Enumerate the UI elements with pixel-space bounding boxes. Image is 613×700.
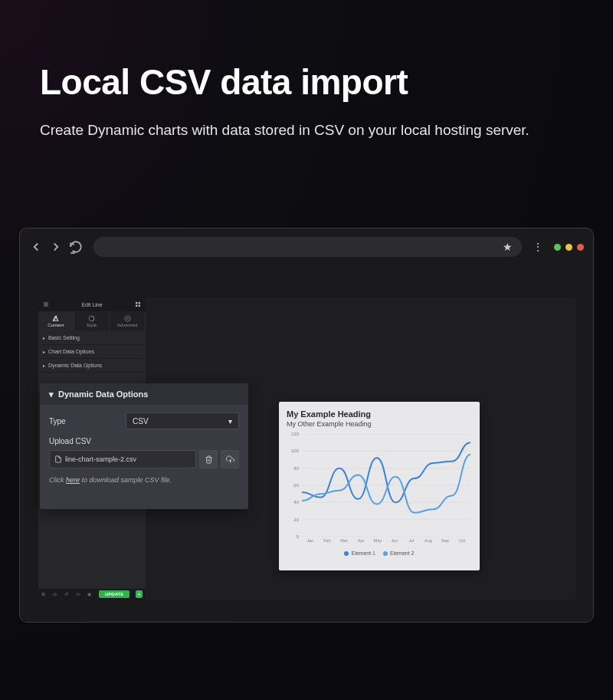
reload-icon[interactable]: [69, 240, 83, 254]
add-button[interactable]: +: [136, 590, 143, 598]
caret-right-icon: ▸: [43, 349, 45, 354]
preview-icon[interactable]: ◉: [87, 591, 93, 597]
tab-style[interactable]: Style: [74, 311, 110, 331]
y-tick-label: 40: [293, 500, 299, 504]
y-tick-label: 20: [293, 518, 299, 522]
dynamic-options-header[interactable]: ▾ Dynamic Data Options: [40, 383, 248, 405]
tab-advanced-label: Advanced: [117, 323, 138, 327]
x-tick-label: Oct: [454, 538, 470, 549]
traffic-light-green[interactable]: [554, 244, 561, 251]
x-tick-label: Apr: [352, 538, 369, 549]
kebab-menu-icon[interactable]: ⋮: [533, 241, 543, 253]
tab-content-label: Content: [48, 323, 64, 327]
nav-back-icon[interactable]: [29, 240, 43, 254]
legend-label: Element 2: [390, 550, 415, 556]
editor-footer: ⚙ ◎ ↺ ▭ ◉ UPDATE +: [38, 589, 146, 600]
type-select[interactable]: CSV ▾: [126, 412, 239, 429]
chart-svg: [302, 434, 470, 537]
type-label: Type: [49, 417, 118, 426]
upload-file-button[interactable]: [221, 450, 239, 468]
bookmark-icon[interactable]: ★: [503, 241, 513, 253]
hint-suffix: to download sample CSV file.: [80, 476, 172, 484]
chart-legend: Element 1Element 2: [287, 550, 472, 556]
caret-right-icon: ▸: [43, 335, 45, 340]
chart-subtitle: My Other Example Heading: [287, 420, 472, 428]
y-tick-label: 100: [291, 449, 299, 453]
tab-advanced[interactable]: Advanced: [110, 311, 146, 331]
delete-file-button[interactable]: [199, 450, 218, 468]
chart-plot-area: 020406080100120 JanFebMarAprMayJunJulAug…: [287, 434, 472, 549]
x-tick-label: Jan: [302, 538, 319, 549]
type-select-value: CSV: [133, 417, 149, 426]
hamburger-icon[interactable]: [43, 301, 49, 308]
x-tick-label: Jul: [403, 538, 420, 549]
section-basic-setting[interactable]: ▸Basic Setting: [38, 331, 146, 345]
x-tick-label: Jun: [386, 538, 403, 549]
section-chart-data-options[interactable]: ▸Chart Data Options: [38, 345, 146, 359]
svg-rect-3: [136, 302, 137, 304]
page-title: Local CSV data import: [40, 61, 613, 103]
legend-item[interactable]: Element 2: [383, 550, 415, 556]
chart-preview-card: My Example Heading My Other Example Head…: [279, 402, 480, 570]
responsive-icon[interactable]: ▭: [76, 591, 81, 597]
svg-point-8: [126, 317, 128, 319]
section-label: Basic Setting: [48, 335, 80, 340]
tab-style-label: Style: [87, 323, 97, 327]
upload-label: Upload CSV: [49, 437, 118, 445]
dynamic-options-title: Dynamic Data Options: [58, 389, 148, 399]
browser-frame: ★ ⋮ Edit Line Content: [19, 228, 594, 623]
chart-title: My Example Heading: [287, 409, 472, 419]
y-tick-label: 60: [293, 483, 299, 488]
hint-prefix: Click: [49, 476, 66, 484]
browser-toolbar: ★ ⋮: [20, 228, 593, 265]
download-sample-hint: Click here to download sample CSV file.: [49, 476, 239, 484]
nav-forward-icon[interactable]: [49, 240, 63, 254]
x-tick-label: Feb: [319, 538, 336, 549]
legend-dot-icon: [344, 551, 349, 556]
plot-region: [302, 434, 470, 537]
tab-content[interactable]: Content: [38, 311, 74, 331]
download-sample-link[interactable]: here: [66, 476, 80, 484]
section-label: Dynamic Data Options: [48, 363, 102, 368]
file-icon: [54, 455, 62, 463]
svg-rect-5: [136, 304, 137, 306]
x-tick-label: May: [369, 538, 386, 549]
x-axis: JanFebMarAprMayJunJulAugSepOct: [302, 538, 470, 549]
x-tick-label: Sep: [437, 538, 454, 549]
legend-dot-icon: [383, 551, 388, 556]
svg-rect-6: [139, 304, 140, 306]
address-bar[interactable]: ★: [93, 237, 522, 257]
y-tick-label: 0: [297, 534, 299, 539]
y-tick-label: 120: [291, 432, 299, 436]
update-button[interactable]: UPDATE: [99, 590, 129, 598]
history-icon[interactable]: ↺: [64, 591, 70, 597]
settings-icon[interactable]: ⚙: [41, 591, 47, 597]
y-axis: 020406080100120: [287, 434, 300, 537]
svg-rect-4: [139, 302, 140, 304]
editor-header: Edit Line: [38, 297, 146, 311]
page-subtitle: Create Dynamic charts with data stored i…: [40, 120, 573, 142]
section-dynamic-data-options[interactable]: ▸Dynamic Data Options: [38, 359, 146, 373]
caret-down-icon: ▾: [49, 389, 54, 399]
editor-title: Edit Line: [81, 302, 102, 307]
window-controls: [554, 244, 584, 251]
section-label: Chart Data Options: [48, 349, 94, 354]
x-tick-label: Mar: [336, 538, 352, 549]
chevron-down-icon: ▾: [228, 417, 232, 426]
trash-icon: [205, 455, 213, 464]
legend-label: Element 1: [351, 550, 375, 556]
csv-file-input[interactable]: line-chart-sample-2.csv: [49, 450, 196, 468]
legend-item[interactable]: Element 1: [344, 550, 375, 556]
caret-right-icon: ▸: [43, 363, 45, 368]
csv-file-name: line-chart-sample-2.csv: [65, 455, 136, 463]
traffic-light-yellow[interactable]: [565, 244, 572, 251]
eye-icon[interactable]: ◎: [53, 591, 58, 597]
dynamic-options-panel: ▾ Dynamic Data Options Type CSV ▾ Upload…: [40, 383, 248, 509]
y-tick-label: 80: [293, 466, 299, 471]
cloud-upload-icon: [226, 455, 234, 464]
apps-icon[interactable]: [135, 301, 141, 308]
editor-tabs: Content Style Advanced: [38, 311, 146, 331]
x-tick-label: Aug: [420, 538, 437, 549]
traffic-light-red[interactable]: [577, 244, 584, 251]
